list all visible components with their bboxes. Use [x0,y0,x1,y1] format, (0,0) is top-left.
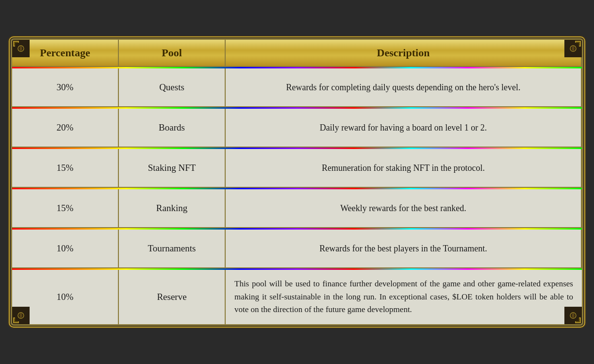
row-quests-description: Rewards for completing daily quests depe… [226,68,582,107]
row-tournaments-percentage: 10% [12,230,119,268]
row-ranking-description: Weekly rewards for the best ranked. [226,189,582,228]
row-quests-percentage: 30% [12,68,119,107]
row-ranking-percentage: 15% [12,189,119,228]
row-boards-percentage: 20% [12,109,119,148]
corner-bl [12,307,30,324]
row-quests-pool: Quests [119,68,226,107]
corner-br [564,307,582,324]
row-reserve-description: This pool will be used to finance furthe… [226,270,582,324]
main-table: Percentage Pool Description 30% Quests R… [11,38,583,325]
row-boards-pool: Boards [119,109,226,148]
row-staking-description: Remuneration for staking NFT in the prot… [226,149,582,188]
row-tournaments-pool: Tournaments [119,230,226,268]
row-staking-percentage: 15% [12,149,119,188]
table-grid: Percentage Pool Description 30% Quests R… [12,40,582,324]
row-reserve-pool: Reserve [119,270,226,324]
row-staking-pool: Staking NFT [119,149,226,188]
row-tournaments-description: Rewards for the best players in the Tour… [226,230,582,268]
row-ranking-pool: Ranking [119,189,226,228]
header-pool: Pool [119,40,226,67]
corner-tl [12,40,30,57]
row-boards-description: Daily reward for having a board on level… [226,109,582,148]
corner-tr [564,40,582,57]
header-description: Description [226,40,582,67]
